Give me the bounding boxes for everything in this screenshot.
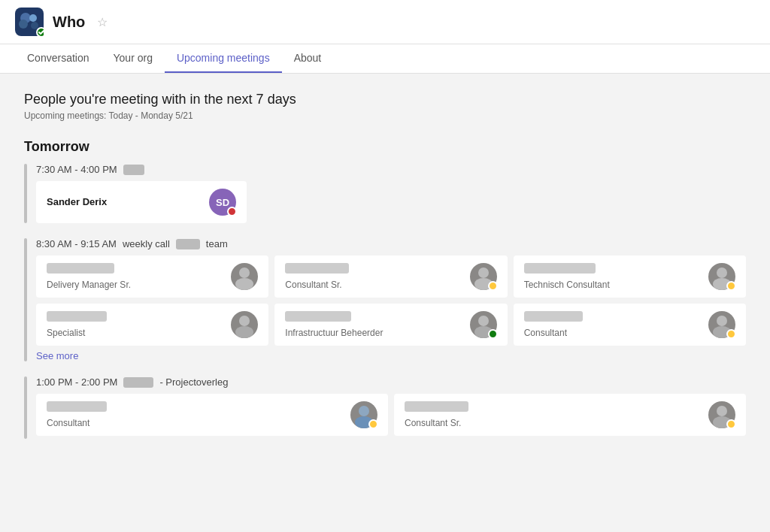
avatar-m2-1: [231, 263, 258, 290]
meeting-2-content: 8:30 AM - 9:15 AM weekly call team Deliv…: [36, 238, 746, 361]
meeting-1-content: 7:30 AM - 4:00 PM Sander Derix SD: [36, 164, 746, 223]
person-card-m3-2[interactable]: Consultant Sr.: [394, 394, 746, 436]
svg-point-7: [235, 278, 253, 290]
app-icon: [15, 8, 44, 36]
meeting-block-1: 7:30 AM - 4:00 PM Sander Derix SD: [24, 164, 746, 223]
app-title: Who: [53, 14, 85, 31]
person-name-blur-m3-1: [47, 401, 107, 412]
person-card-m2-2[interactable]: Consultant Sr.: [274, 255, 507, 298]
svg-point-3: [19, 20, 28, 29]
main-content: People you're meeting with in the next 7…: [0, 74, 770, 524]
meeting-block-2: 8:30 AM - 9:15 AM weekly call team Deliv…: [24, 238, 746, 361]
person-role-m3-2: Consultant Sr.: [405, 418, 708, 428]
svg-point-14: [478, 316, 489, 326]
avatar-m2-6: [708, 311, 735, 338]
person-name-blur-m2-6: [524, 311, 583, 322]
svg-point-8: [478, 268, 489, 278]
time-border-2: [24, 238, 27, 361]
tab-conversation[interactable]: Conversation: [15, 44, 102, 73]
page-heading: People you're meeting with in the next 7…: [24, 92, 746, 107]
time-border-1: [24, 164, 27, 223]
blurred-meeting-title-1: [123, 165, 144, 175]
person-card-m2-3[interactable]: Technisch Consultant: [514, 255, 746, 298]
svg-point-16: [717, 316, 727, 326]
svg-point-6: [239, 268, 250, 278]
section-tomorrow: Tomorrow: [24, 139, 746, 155]
avatar-m2-2: [470, 263, 497, 290]
tab-your-org[interactable]: Your org: [102, 44, 165, 73]
svg-point-10: [717, 268, 727, 278]
person-name-blur-m3-2: [405, 401, 468, 412]
person-card-m2-1[interactable]: Delivery Manager Sr.: [36, 255, 268, 298]
avatar-status-m3-1: [368, 419, 378, 429]
meeting-3-content: 1:00 PM - 2:00 PM - Projectoverleg Consu…: [36, 376, 746, 439]
avatar-status-m2-3: [726, 281, 736, 291]
blurred-meeting-title-2: [176, 239, 200, 249]
person-name-blur-m2-5: [285, 311, 351, 322]
svg-point-4: [31, 22, 38, 29]
see-more-button[interactable]: See more: [36, 350, 746, 361]
meeting-2-time: 8:30 AM - 9:15 AM weekly call team: [36, 238, 746, 249]
person-name-blur-m2-1: [47, 263, 114, 274]
app-header: Who ☆: [0, 0, 770, 44]
avatar-status-m2-5: [488, 329, 498, 339]
nav-tabs: Conversation Your org Upcoming meetings …: [0, 44, 770, 74]
avatar-status-sander: [227, 207, 237, 216]
avatar-sander: SD: [209, 189, 236, 216]
person-role-m2-3: Technisch Consultant: [524, 280, 708, 290]
person-card-sander[interactable]: Sander Derix SD: [36, 181, 247, 223]
meeting-3-grid: Consultant Consultant Sr.: [36, 394, 746, 436]
person-info-sander: Sander Derix: [47, 196, 209, 209]
person-name-sander: Sander Derix: [47, 196, 209, 207]
svg-point-13: [235, 326, 253, 338]
avatar-m2-5: [470, 311, 497, 338]
meeting-3-time: 1:00 PM - 2:00 PM - Projectoverleg: [36, 376, 746, 388]
person-role-m2-6: Consultant: [524, 328, 708, 338]
avatar-m3-2: [708, 401, 735, 428]
person-name-blur-m2-2: [285, 263, 349, 274]
avatar-status-m2-2: [488, 281, 498, 291]
svg-point-20: [717, 406, 727, 416]
avatar-m2-3: [708, 263, 735, 290]
svg-point-2: [29, 14, 37, 22]
meeting-block-3: 1:00 PM - 2:00 PM - Projectoverleg Consu…: [24, 376, 746, 439]
blurred-meeting-title-3: [123, 377, 153, 388]
page-subheading: Upcoming meetings: Today - Monday 5/21: [24, 110, 746, 121]
person-card-m2-5[interactable]: Infrastructuur Beheerder: [274, 304, 507, 346]
person-role-m2-4: Specialist: [47, 328, 231, 338]
svg-point-18: [359, 406, 369, 416]
meeting-1-time: 7:30 AM - 4:00 PM: [36, 164, 746, 175]
person-name-blur-m2-4: [47, 311, 107, 322]
avatar-m2-4: [231, 311, 258, 338]
person-card-m2-4[interactable]: Specialist: [36, 304, 268, 346]
time-border-3: [24, 376, 27, 439]
favorite-icon[interactable]: ☆: [97, 15, 108, 29]
person-role-m2-1: Delivery Manager Sr.: [47, 280, 231, 290]
avatar-status-m3-2: [726, 419, 736, 429]
person-role-m3-1: Consultant: [47, 418, 350, 428]
person-card-m3-1[interactable]: Consultant: [36, 394, 388, 436]
person-role-m2-2: Consultant Sr.: [285, 280, 469, 290]
tab-upcoming-meetings[interactable]: Upcoming meetings: [165, 44, 282, 73]
meeting-2-grid: Delivery Manager Sr. Consultant Sr.: [36, 255, 746, 346]
tab-about[interactable]: About: [282, 44, 334, 73]
svg-point-12: [239, 316, 250, 326]
avatar-status-m2-6: [726, 329, 736, 339]
person-card-m2-6[interactable]: Consultant: [514, 304, 746, 346]
person-role-m2-5: Infrastructuur Beheerder: [285, 328, 469, 338]
avatar-m3-1: [350, 401, 377, 428]
person-name-blur-m2-3: [524, 263, 596, 274]
